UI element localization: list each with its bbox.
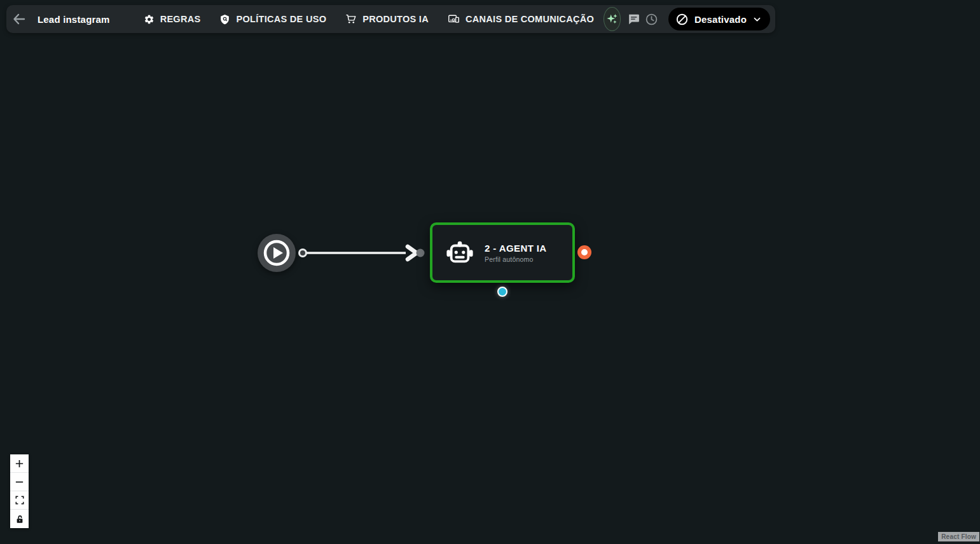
unlock-icon	[15, 515, 24, 524]
clock-icon	[645, 13, 658, 26]
fit-view-icon	[15, 496, 24, 505]
ai-assistant-button[interactable]	[604, 7, 621, 31]
zoom-in-button[interactable]	[10, 454, 29, 473]
robot-icon	[445, 238, 474, 268]
history-button[interactable]	[643, 6, 661, 32]
arrow-left-icon	[11, 11, 27, 27]
react-flow-attribution[interactable]: React Flow	[938, 532, 979, 541]
zoom-out-button[interactable]	[10, 473, 29, 491]
zoom-controls	[10, 454, 29, 528]
start-node[interactable]	[258, 234, 296, 272]
toolbar: Lead instagram REGRAS POLÍTICAS DE USO P…	[6, 5, 775, 33]
minus-icon	[15, 477, 24, 487]
cart-icon	[345, 13, 357, 25]
agent-node[interactable]: 2 - AGENT IA Perfil autônomo	[430, 222, 575, 283]
nav-item-produtos-ia[interactable]: PRODUTOS IA	[336, 5, 438, 33]
agent-node-title: 2 - AGENT IA	[485, 243, 547, 254]
comments-button[interactable]	[625, 6, 642, 32]
start-node-source-handle[interactable]	[298, 248, 307, 257]
sparkles-icon	[605, 12, 619, 26]
agent-node-bottom-handle[interactable]	[497, 287, 507, 297]
nav-item-label: CANAIS DE COMUNICAÇÃO	[466, 14, 594, 24]
nav-item-politicas-de-uso[interactable]: POLÍTICAS DE USO	[210, 5, 336, 33]
edge-start-to-agent	[294, 244, 429, 262]
flow-canvas[interactable]: 2 - AGENT IA Perfil autônomo	[0, 0, 980, 544]
fit-view-button[interactable]	[10, 491, 29, 510]
ban-icon	[675, 13, 689, 26]
status-label: Desativado	[694, 14, 747, 25]
devices-icon	[448, 14, 460, 25]
edge-target-dot	[417, 249, 425, 257]
nav-item-label: PRODUTOS IA	[362, 14, 429, 24]
agent-node-subtitle: Perfil autônomo	[485, 255, 547, 263]
nav-item-label: POLÍTICAS DE USO	[236, 14, 326, 24]
plus-icon	[15, 459, 24, 468]
back-button[interactable]	[6, 5, 32, 33]
nav-item-regras[interactable]: REGRAS	[134, 5, 210, 33]
lock-toggle-button[interactable]	[10, 510, 29, 528]
gear-icon	[144, 14, 155, 25]
play-icon	[262, 238, 291, 268]
chat-icon	[627, 13, 640, 26]
chevron-down-icon	[752, 15, 762, 24]
agent-node-right-handle[interactable]	[577, 245, 591, 259]
flow-title: Lead instagram	[38, 14, 110, 25]
shield-policy-icon	[219, 14, 230, 25]
status-dropdown[interactable]: Desativado	[668, 8, 770, 31]
nav-item-label: REGRAS	[160, 14, 201, 24]
edge-arrowhead-icon	[408, 247, 417, 259]
nav-item-canais-de-comunicacao[interactable]: CANAIS DE COMUNICAÇÃO	[438, 5, 604, 33]
